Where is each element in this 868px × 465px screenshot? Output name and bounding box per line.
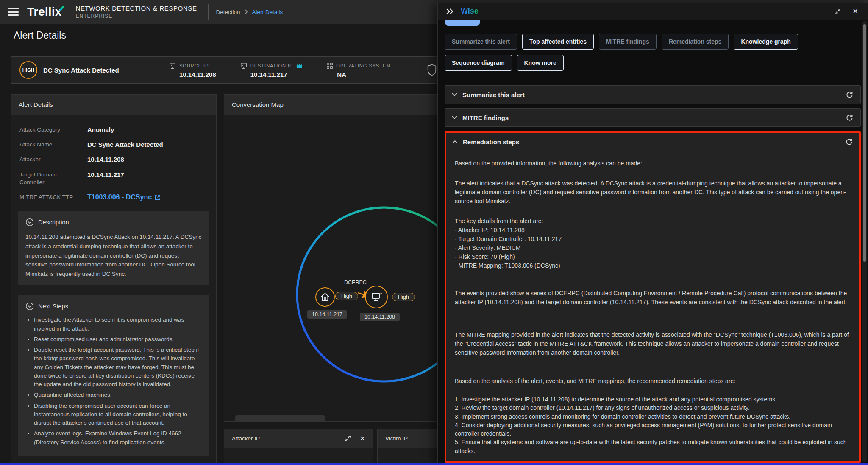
field-value: 10.14.11.217 — [87, 171, 208, 186]
shield-icon — [426, 64, 437, 78]
os-grid-icon — [326, 62, 333, 69]
remediation-paragraph: The alert indicates that a DCSync attack… — [455, 179, 851, 206]
remediation-paragraph: The events provided show a series of DCE… — [455, 289, 851, 307]
remediation-step: 3. Implement strong access controls and … — [455, 412, 851, 421]
wise-header: Wise ✕ — [438, 3, 868, 20]
map-legend: E-W N-S — [235, 415, 326, 422]
remediation-step: 5. Ensure that all systems and software … — [455, 438, 851, 455]
field-label: Attack Name — [19, 141, 87, 148]
scrollbar-track[interactable] — [862, 21, 867, 462]
source-node[interactable] — [315, 287, 335, 307]
remediation-step: 1. Investigate the attacker IP (10.14.11… — [455, 395, 851, 403]
knowledge-graph-button[interactable]: Knowledge graph — [734, 34, 798, 50]
chevron-up-icon — [452, 140, 458, 144]
description-text: 10.14.11.208 attempted a DCSync Attack o… — [25, 232, 202, 278]
source-ip-label: SOURCE IP — [179, 63, 209, 68]
monitor-question-icon: ? — [371, 292, 382, 302]
module-line2: ENTERPRISE — [76, 13, 197, 19]
attacker-ip-panel: Attacker IP ✕ — [224, 429, 373, 465]
field-label: Attacker — [19, 156, 87, 163]
breadcrumb-detection[interactable]: Detection — [216, 9, 240, 15]
external-link-icon — [154, 194, 161, 201]
wise-action-buttons: Summarize this alert Top affected entiti… — [438, 20, 868, 71]
scrollbar-thumb[interactable] — [863, 24, 866, 262]
remediation-content: Based on the provided information, the f… — [446, 151, 859, 463]
sequence-diagram-button[interactable]: Sequence diagram — [445, 55, 512, 71]
home-icon — [320, 292, 330, 302]
divider — [69, 4, 69, 20]
host-icon — [240, 62, 248, 69]
protocol-label: DCERPC — [344, 280, 367, 286]
circle-chevron-icon — [25, 218, 34, 227]
next-step-item: Disabling the compromised user account c… — [34, 402, 202, 428]
next-steps-header[interactable]: Next Steps — [25, 302, 202, 311]
remediation-paragraph: Based on the provided information, the f… — [455, 159, 851, 168]
mitre-ttp-link[interactable]: T1003.006 - DCSync — [87, 193, 161, 201]
remediation-key-details: The key details from the alert are: - At… — [455, 217, 851, 270]
chevron-down-icon — [452, 116, 457, 119]
know-more-button[interactable]: Know more — [517, 55, 564, 71]
operating-system-value: NA — [326, 71, 390, 78]
chevron-down-icon — [452, 93, 457, 96]
description-box: Description 10.14.11.208 attempted a DCS… — [18, 211, 209, 285]
remediation-step: 2. Review the target domain controller (… — [455, 403, 851, 412]
victim-ip-title: Victim IP — [385, 435, 408, 442]
alert-fields: Attack Category Anomaly Attack Name DC S… — [11, 115, 216, 201]
source-severity-pill: High — [335, 292, 358, 300]
alert-details-panel: Alert Details Attack Category Anomaly At… — [11, 94, 217, 464]
scrolled-tab-fragment — [445, 20, 480, 26]
remediation-paragraph: The MITRE mapping provided in the alert … — [455, 331, 851, 357]
destination-ip-value: 10.14.11.217 — [240, 71, 303, 78]
next-step-item: Reset compromised user and administrator… — [34, 335, 202, 344]
double-chevron-right-icon[interactable] — [445, 8, 455, 15]
alert-details-panel-header: Alert Details — [11, 95, 216, 115]
source-ip-value: 10.14.11.208 — [169, 71, 216, 78]
section-title: Summarize this alert — [462, 91, 525, 98]
hamburger-menu-icon[interactable] — [8, 8, 19, 16]
expand-icon[interactable] — [344, 435, 351, 442]
mitre-findings-button[interactable]: MITRE findings — [599, 34, 657, 50]
top-affected-entities-button[interactable]: Top affected entities — [522, 34, 594, 50]
breadcrumb-alert-details[interactable]: Alert Details — [252, 9, 283, 15]
severity-badge: HIGH — [19, 61, 37, 79]
section-mitre-findings[interactable]: MITRE findings — [445, 108, 861, 127]
section-title: MITRE findings — [462, 114, 509, 121]
description-header[interactable]: Description — [25, 218, 202, 227]
legend-ns-label: N-S — [300, 421, 310, 422]
next-step-item: Quarantine affected machines. — [34, 391, 202, 399]
remediation-steps-button[interactable]: Remediation steps — [662, 34, 729, 50]
collapse-icon[interactable] — [834, 8, 842, 15]
field-label: Target Domain Controller — [19, 171, 87, 186]
window-bottom-border — [0, 463, 868, 465]
destination-ip-block: DESTINATION IP 10.14.11.217 — [240, 62, 303, 78]
section-remediation-steps: Remediation steps Based on the provided … — [445, 131, 861, 463]
alert-title: DC Sync Attack Detected — [43, 67, 145, 74]
close-icon[interactable]: ✕ — [360, 434, 365, 443]
next-steps-box: Next Steps Investigate the Attacker to s… — [18, 295, 209, 456]
summarize-alert-button[interactable]: Summarize this alert — [445, 34, 517, 50]
svg-text:?: ? — [380, 292, 382, 296]
remediation-step: 4. Consider deploying additional securit… — [455, 421, 851, 438]
close-icon[interactable]: ✕ — [853, 7, 858, 15]
chevron-right-icon — [245, 9, 248, 14]
wise-panel: Wise ✕ Summarize this alert Top affected… — [437, 3, 868, 465]
remediation-paragraph: Based on the analysis of the alert, even… — [455, 377, 851, 386]
next-step-item: Analyze event logs. Examine Windows Even… — [34, 429, 202, 447]
legend-ew-label: E-W — [262, 421, 273, 422]
crown-icon — [296, 63, 303, 68]
refresh-icon[interactable] — [846, 91, 854, 99]
field-value: 10.14.11.208 — [87, 156, 208, 163]
refresh-icon[interactable] — [846, 114, 854, 122]
source-ip-block: SOURCE IP 10.14.11.208 — [169, 62, 216, 78]
source-ip-pill: 10.14.11.217 — [307, 310, 347, 319]
target-node[interactable]: ? — [365, 286, 388, 308]
section-summarize-alert[interactable]: Summarize this alert — [445, 85, 861, 104]
trellix-logo: Trellix — [27, 6, 62, 19]
page-title: Alert Details — [14, 30, 66, 41]
field-value: Anomaly — [87, 126, 208, 134]
operating-system-block: OPERATING SYSTEM NA — [326, 62, 390, 78]
module-name: NETWORK DETECTION & RESPONSE ENTERPRISE — [76, 5, 197, 19]
field-label: Attack Category — [19, 126, 87, 134]
remediation-header[interactable]: Remediation steps — [446, 133, 859, 151]
refresh-icon[interactable] — [845, 138, 853, 146]
